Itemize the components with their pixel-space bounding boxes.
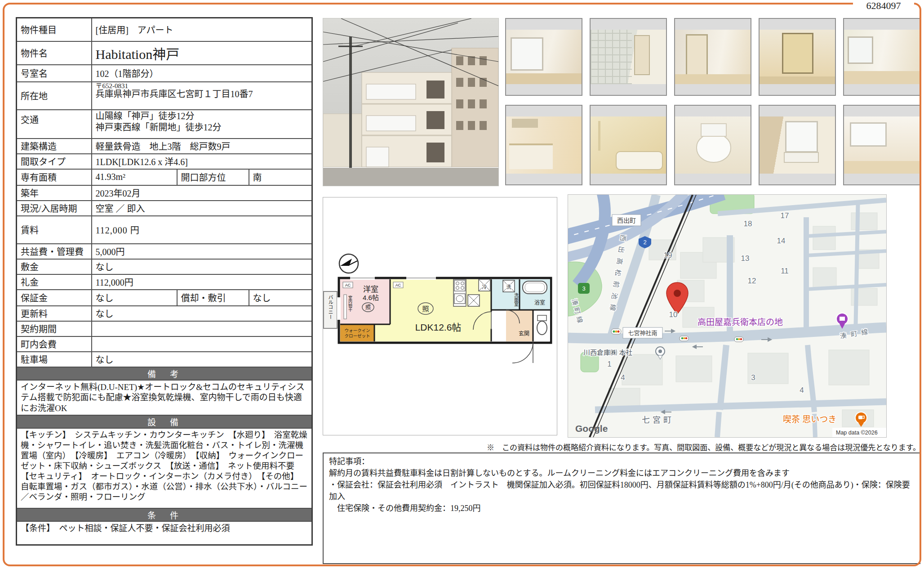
- access-line-2: 神戸東西線「新開地」徒歩12分: [96, 122, 308, 133]
- table-row: 号室名102（1階部分）: [17, 65, 312, 82]
- spare-space: [468, 295, 480, 306]
- equipment-text: 【キッチン】 システムキッチン・カウンターキッチン 【水廻り】 浴室乾燥機・シャ…: [17, 428, 312, 508]
- interior-photo: [591, 30, 666, 84]
- bathtub-icon: [523, 281, 547, 294]
- special-notes-box: 特記事項： 解約月の賃料共益費駐車料金は日割計算しないものとする。ルームクリーニ…: [323, 453, 920, 564]
- special-notes-line: 解約月の賃料共益費駐車料金は日割計算しないものとする。ルームクリーニング料金には…: [329, 467, 914, 479]
- row-value: 山陽線「神戸」徒歩12分 神戸東西線「新開地」徒歩12分: [92, 110, 312, 139]
- photo-thumbnail-interior-1: [505, 18, 582, 96]
- svg-text:喫茶 思いつき: 喫茶 思いつき: [783, 415, 836, 424]
- row-value: なし: [92, 352, 312, 367]
- indoor-drying-label: 室内物干: [348, 295, 352, 312]
- row-value: なし: [92, 306, 312, 321]
- svg-text:4: 4: [800, 386, 804, 394]
- kitchen-counter: [453, 279, 466, 306]
- wic-label-1: ウォークイン: [344, 328, 370, 333]
- interior-photo: [844, 116, 920, 174]
- rent-value: 112,000 円: [92, 216, 312, 244]
- row-value: なし: [92, 259, 312, 274]
- table-row: 専有面積 41.93m² 開口部方位 南: [17, 169, 312, 185]
- table-row: 所在地 〒652-0831 兵庫県神戸市兵庫区七宮町１丁目10番7: [17, 82, 312, 110]
- row-label: 専有面積: [17, 169, 92, 185]
- row-value: 41.93m²: [92, 169, 177, 185]
- row-label: 保証金: [17, 290, 92, 306]
- remarks-row: インターネット無料(D.U-NET)★オートロック&セコムのセキュリティシステム…: [17, 380, 312, 416]
- row-label: 築年: [17, 185, 92, 201]
- row-label: 契約期間: [17, 321, 92, 336]
- label-shichinomiyacho: 七宮町: [642, 416, 674, 425]
- table-row: 更新料なし: [17, 306, 312, 321]
- interior-photo: [844, 30, 920, 84]
- toilet-photo: [675, 116, 751, 174]
- western-room-size: 4.6帖: [363, 294, 379, 301]
- washer-label: 洗: [506, 284, 511, 290]
- traffic-light-icon: [734, 337, 743, 342]
- bathroom-photo: [591, 116, 666, 174]
- light-symbol: 照: [422, 305, 429, 313]
- wic-label-2: クローゼット: [344, 333, 370, 338]
- entrance-label: 玄関: [519, 330, 529, 337]
- table-row: 現況/入居時期空室 ／ 即入: [17, 201, 312, 216]
- row-value: 2023年02月: [92, 185, 312, 201]
- photo-thumbnail-washstand: [759, 105, 836, 185]
- balcony: バルコニー: [324, 291, 337, 328]
- row-label: 物件名: [17, 41, 92, 65]
- washer-space: 洗: [503, 280, 515, 292]
- row-label: 交通: [17, 110, 92, 139]
- row-label: 間取タイプ: [17, 154, 92, 169]
- svg-text:川西倉庫㈱ 本社: 川西倉庫㈱ 本社: [583, 349, 632, 356]
- equipment-row: 【キッチン】 システムキッチン・カウンターキッチン 【水廻り】 浴室乾燥機・シャ…: [17, 428, 312, 508]
- table-row: 町内会費: [17, 336, 312, 352]
- floor-plan: バルコニー: [323, 197, 557, 435]
- row-label-2: 償却・敷引: [177, 290, 249, 306]
- svg-text:12: 12: [748, 277, 756, 285]
- svg-text:13: 13: [741, 254, 750, 263]
- balcony-label: バルコニー: [328, 295, 333, 319]
- photo-exterior-building: [323, 18, 499, 186]
- photo-thumbnail-bathroom: [590, 105, 667, 185]
- row-value-2: なし: [249, 290, 312, 306]
- neighbor-house-left: [323, 114, 362, 167]
- document-number: 6284097: [853, 0, 914, 13]
- traffic-light-icon: [680, 336, 689, 341]
- photo-thumbnail-interior-2: [590, 18, 667, 96]
- row-label: 礼金: [17, 274, 92, 290]
- ldk-label: LDK12.6帖: [415, 322, 462, 332]
- utility-pole: [349, 36, 352, 168]
- light-symbol: 照: [365, 305, 371, 311]
- property-spec-table: 物件種目[住居用] アパート 物件名Habitation神戸 号室名102（1階…: [16, 17, 313, 546]
- row-value: 〒652-0831 兵庫県神戸市兵庫区七宮町１丁目10番7: [92, 82, 312, 110]
- svg-text:3: 3: [751, 373, 755, 382]
- table-row: 物件種目[住居用] アパート: [17, 18, 312, 41]
- entrance-photo: [760, 30, 835, 84]
- special-notes-line: ・保証会社：保証会社利用必須 イントラスト 機関保証加入必須。初回保証料1800…: [329, 479, 914, 502]
- table-row: 賃料112,000 円: [17, 216, 312, 244]
- conditions-text: 【条件】 ペット相談・保証人不要・保証会社利用必須: [17, 521, 312, 545]
- table-row: 間取タイプ1LDK[LDK12.6 x 洋4.6]: [17, 154, 312, 169]
- row-label: 更新料: [17, 306, 92, 321]
- google-logo: Google: [575, 423, 608, 434]
- row-label: 駐車場: [17, 352, 92, 367]
- svg-text:11: 11: [781, 267, 789, 275]
- table-row: 建築構造軽量鉄骨造 地上3階 総戸数9戸: [17, 139, 312, 154]
- row-label: 共益費・管理費: [17, 244, 92, 259]
- table-row: 交通 山陽線「神戸」徒歩12分 神戸東西線「新開地」徒歩12分: [17, 110, 312, 139]
- photo-thumbnail-interior-3: [674, 18, 751, 96]
- remarks-text: インターネット無料(D.U-NET)★オートロック&セコムのセキュリティシステム…: [17, 380, 312, 416]
- svg-text:3: 3: [582, 285, 585, 292]
- table-row: 築年2023年02月: [17, 185, 312, 201]
- svg-text:18: 18: [744, 220, 752, 228]
- row-label: 号室名: [17, 65, 92, 82]
- row-label: 町内会費: [17, 336, 92, 352]
- property-flyer-page: 6284097 物件種目[住居用] アパート 物件名Habitation神戸 号…: [0, 0, 924, 569]
- row-label-2: 開口部方位: [177, 169, 249, 185]
- svg-text:2: 2: [643, 239, 646, 246]
- table-row: 礼金112,000円: [17, 274, 312, 290]
- table-row: 物件名Habitation神戸: [17, 41, 312, 65]
- route-shield-3: 3: [578, 283, 590, 294]
- map-data-credit: Map data ©2026: [836, 430, 878, 436]
- disclaimer-note: ※ この資料は物件の概略紹介資料になります。写真、間取図面、設備、概要などが現況…: [323, 441, 920, 453]
- ac-label: AC: [395, 283, 401, 287]
- interior-photo: [675, 30, 751, 84]
- row-value: [92, 336, 312, 352]
